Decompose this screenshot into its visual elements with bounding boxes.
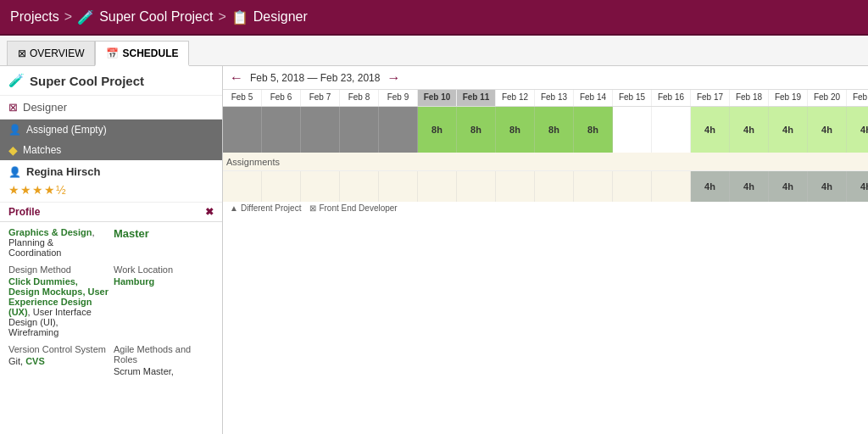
gantt-cell-r1-5: 8h [418,107,457,153]
person-row: 👤 Regina Hirsch ★★★★½ [0,160,222,203]
assignments-label-row: Assignments [223,153,868,171]
assigned-icon: 👤 [8,124,21,136]
tab-overview[interactable]: ⊠ OVERVIEW [7,41,95,65]
legend-different-project: ▲ Different Project [230,203,301,213]
date-range: Feb 5, 2018 — Feb 23, 2018 [250,72,380,84]
gantt-cell-r2-12: 4h [691,171,730,202]
designer-row: ⊠ Designer [0,96,222,120]
breadcrumb-sep2: > [218,9,225,25]
date-col-8: Feb 13 [535,90,574,106]
project-name[interactable]: Super Cool Project [99,9,213,25]
vcs-label: Version Control System [8,344,108,354]
date-col-3: Feb 8 [340,90,379,106]
gantt-cell-r1-3 [340,107,379,153]
main-content: 🧪 Super Cool Project ⊠ Designer 👤 Assign… [0,66,868,434]
design-method-section: Design Method Click Dummies, Design Mock… [8,264,108,337]
gantt-cell-r2-4 [379,171,418,202]
date-col-15: Feb 20 [808,90,847,106]
matches-row[interactable]: ◆ Matches [0,140,222,160]
date-col-9: Feb 14 [574,90,613,106]
gantt-cell-r2-15: 4h [808,171,847,202]
gantt-cell-r2-7 [496,171,535,202]
projects-link[interactable]: Projects [10,9,59,25]
gantt-cell-r2-2 [301,171,340,202]
date-col-16: Feb 21 [847,90,868,106]
specialty-level-section: Master [114,227,214,258]
gantt-cell-r2-13: 4h [730,171,769,202]
gantt-cell-r2-11 [652,171,691,202]
specialty-value: Graphics & Design, Planning & Coordinati… [8,227,108,258]
gantt-cell-r2-9 [574,171,613,202]
person-name: Regina Hirsch [26,165,100,178]
gantt-cell-r2-0 [223,171,262,202]
date-col-6: Feb 11 [457,90,496,106]
date-col-2: Feb 7 [301,90,340,106]
gantt-cell-r1-4 [379,107,418,153]
breadcrumb-sep1: > [64,9,72,25]
gantt-cell-r1-11 [652,107,691,153]
gantt-cell-r1-7: 8h [496,107,535,153]
gantt-cell-r1-9: 8h [574,107,613,153]
work-location-value: Hamburg [114,276,214,287]
design-method-label: Design Method [8,264,108,275]
flask-icon: 🧪 [77,9,94,25]
date-columns-header: Feb 5Feb 6Feb 7Feb 8Feb 9Feb 10Feb 11Feb… [223,90,868,107]
project-icon: 🧪 [8,73,25,88]
date-col-5: Feb 10 [418,90,457,106]
profile-content: Graphics & Design, Planning & Coordinati… [0,222,222,434]
assigned-row[interactable]: 👤 Assigned (Empty) [0,120,222,140]
gantt-cell-r1-8: 8h [535,107,574,153]
date-col-11: Feb 16 [652,90,691,106]
date-col-12: Feb 17 [691,90,730,106]
tab-schedule[interactable]: 📅 SCHEDULE [95,41,189,66]
date-col-1: Feb 6 [262,90,301,106]
page-header: Projects > 🧪 Super Cool Project > 📋 Desi… [0,0,868,36]
diamond-icon: ◆ [8,143,18,157]
matches-label: Matches [23,144,61,156]
left-panel: 🧪 Super Cool Project ⊠ Designer 👤 Assign… [0,66,223,434]
agile-section: Agile Methods and Roles Scrum Master, [114,344,214,376]
gantt-legend: ▲ Different Project ⊠ Front End Develope… [223,202,868,214]
person-stars: ★★★★½ [8,183,67,197]
date-col-14: Feb 19 [769,90,808,106]
gantt-cell-r2-5 [418,171,457,202]
assignments-label: Assignments [223,157,280,167]
gantt-cell-r1-12: 4h [691,107,730,153]
gantt-cell-r1-0 [223,107,262,153]
date-col-7: Feb 12 [496,90,535,106]
gantt-cell-r2-10 [613,171,652,202]
profile-grid: Graphics & Design, Planning & Coordinati… [8,227,214,376]
overview-icon: ⊠ [18,47,26,59]
right-panel: ← Feb 5, 2018 — Feb 23, 2018 → Feb 5Feb … [223,66,868,434]
profile-close-button[interactable]: ✖ [205,206,214,218]
legend-different-project-label: Different Project [241,203,302,213]
legend-front-end-label: Front End Developer [319,203,397,213]
legend-front-end: ⊠ Front End Developer [309,203,397,213]
specialty-level: Master [114,227,214,240]
gantt-row-1: 8h8h8h8h8h4h4h4h4h4h4h4h4h4h4h [223,107,868,153]
gantt-cell-r1-2 [301,107,340,153]
gantt-cell-r1-10 [613,107,652,153]
work-location-section: Work Location Hamburg [114,264,214,337]
prev-arrow[interactable]: ← [230,70,243,86]
role-label: Designer [253,9,308,25]
legend-tri-icon: ▲ [230,203,238,213]
gantt-cell-r1-15: 4h [808,107,847,153]
designer-icon: ⊠ [8,101,18,114]
work-location-label: Work Location [114,264,214,275]
design-method-value: Click Dummies, Design Mockups, User Expe… [8,276,108,337]
date-col-0: Feb 5 [223,90,262,106]
gantt-cell-r2-6 [457,171,496,202]
agile-label: Agile Methods and Roles [114,344,214,364]
legend-grid-icon: ⊠ [309,203,316,213]
gantt-cell-r2-16: 4h [847,171,868,202]
specialty-section: Graphics & Design, Planning & Coordinati… [8,227,108,258]
profile-header: Profile ✖ [0,203,222,222]
assigned-label: Assigned (Empty) [26,124,107,136]
gantt-cell-r1-1 [262,107,301,153]
designer-label: Designer [23,101,67,114]
person-icon: 👤 [8,166,21,178]
agile-value: Scrum Master, [114,366,214,376]
date-nav: ← Feb 5, 2018 — Feb 23, 2018 → [223,66,868,90]
next-arrow[interactable]: → [387,70,400,86]
